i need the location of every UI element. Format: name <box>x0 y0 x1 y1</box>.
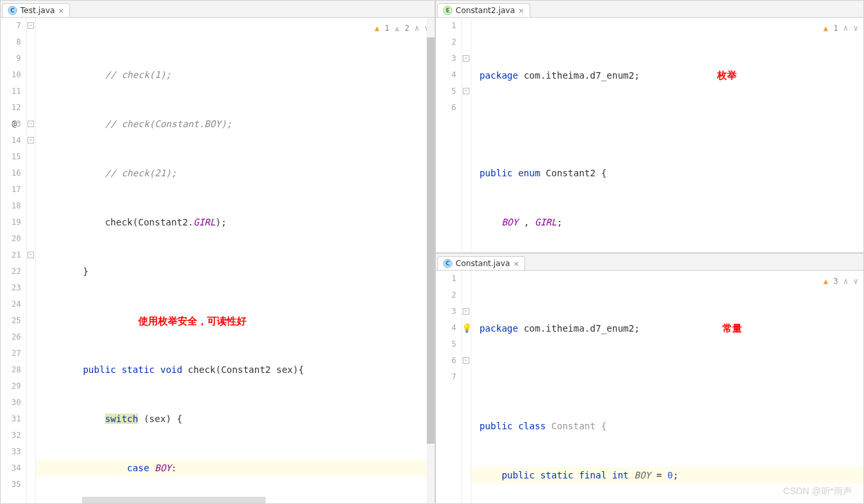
code-editor[interactable]: 123456 − − ▲1 ∧ ∨ package com.itheima.d7… <box>436 18 863 252</box>
inspection-summary[interactable]: ▲1 ▲2 ∧ ∨ <box>375 20 429 37</box>
annotation-text: 常量 <box>722 322 742 334</box>
java-class-icon: C <box>443 259 452 268</box>
annotation-text: 枚举 <box>717 69 737 81</box>
warning-icon: ▲ <box>375 20 380 37</box>
chevron-up-icon[interactable]: ∧ <box>844 20 848 37</box>
tab-label: Constant.java <box>456 259 510 268</box>
inspection-summary[interactable]: ▲1 ∧ ∨ <box>823 20 858 37</box>
tab-bar: C Constant.java × <box>436 254 863 271</box>
line-gutter: 1234567 <box>436 271 462 503</box>
line-gutter: 123456 <box>436 18 462 252</box>
scrollbar-h[interactable] <box>82 497 265 503</box>
close-icon[interactable]: × <box>513 260 519 268</box>
chevron-up-icon[interactable]: ∧ <box>844 273 848 290</box>
chevron-down-icon[interactable]: ∨ <box>854 273 858 290</box>
scrollbar-thumb[interactable] <box>427 37 435 444</box>
tab-bar: C Test.java × <box>1 1 435 18</box>
close-icon[interactable]: × <box>58 7 64 15</box>
code-editor[interactable]: 7891011121314151617181920212223242526272… <box>1 18 435 503</box>
fold-column: − − 💡 <box>462 271 471 503</box>
code-area[interactable]: ▲1 ▲2 ∧ ∨ // check(1); // check(Constant… <box>36 18 435 503</box>
fold-column: − − − − @ <box>27 18 36 503</box>
warning-icon: ▲ <box>823 273 828 290</box>
java-class-icon: C <box>8 6 17 15</box>
fold-icon[interactable]: − <box>28 252 34 258</box>
fold-icon[interactable]: − <box>463 357 469 364</box>
fold-icon[interactable]: − <box>28 22 34 29</box>
tab-constant2-java[interactable]: E Constant2.java × <box>437 3 530 17</box>
tab-bar: E Constant2.java × <box>436 1 863 18</box>
intention-bulb-icon[interactable]: 💡 <box>461 323 472 333</box>
chevron-up-icon[interactable]: ∧ <box>415 20 420 37</box>
java-enum-icon: E <box>443 6 452 15</box>
fold-icon[interactable]: − <box>28 137 34 144</box>
scrollbar-v[interactable] <box>427 18 435 503</box>
fold-icon[interactable]: − <box>463 55 469 62</box>
tab-label: Test.java <box>20 6 55 15</box>
tab-constant-java[interactable]: C Constant.java × <box>437 256 525 270</box>
chevron-down-icon[interactable]: ∨ <box>854 20 858 37</box>
fold-icon[interactable]: − <box>28 121 34 127</box>
annotation-text: 使用枚举安全，可读性好 <box>138 315 246 326</box>
override-icon: @ <box>12 119 17 128</box>
editor-pane-right-top: E Constant2.java × 123456 − − ▲1 ∧ ∨ pac… <box>435 0 864 253</box>
tab-test-java[interactable]: C Test.java × <box>2 3 70 17</box>
fold-column: − − <box>462 18 471 252</box>
editor-pane-right-bottom: C Constant.java × 1234567 − − 💡 ▲3 ∧ ∨ p… <box>435 253 864 504</box>
close-icon[interactable]: × <box>519 7 524 15</box>
code-area[interactable]: ▲3 ∧ ∨ package com.itheima.d7_enum2; 常量 … <box>471 271 863 503</box>
code-editor[interactable]: 1234567 − − 💡 ▲3 ∧ ∨ package com.itheima… <box>436 271 863 503</box>
fold-icon[interactable]: − <box>463 308 469 315</box>
warning-icon: ▲ <box>823 20 828 37</box>
line-gutter: 7891011121314151617181920212223242526272… <box>1 18 27 503</box>
weak-warning-icon: ▲ <box>395 20 399 37</box>
code-area[interactable]: ▲1 ∧ ∨ package com.itheima.d7_enum2; 枚举 … <box>471 18 863 252</box>
inspection-summary[interactable]: ▲3 ∧ ∨ <box>823 273 858 290</box>
tab-label: Constant2.java <box>456 6 515 15</box>
fold-icon[interactable]: − <box>463 88 469 94</box>
editor-pane-left: C Test.java × 78910111213141516171819202… <box>0 0 435 504</box>
